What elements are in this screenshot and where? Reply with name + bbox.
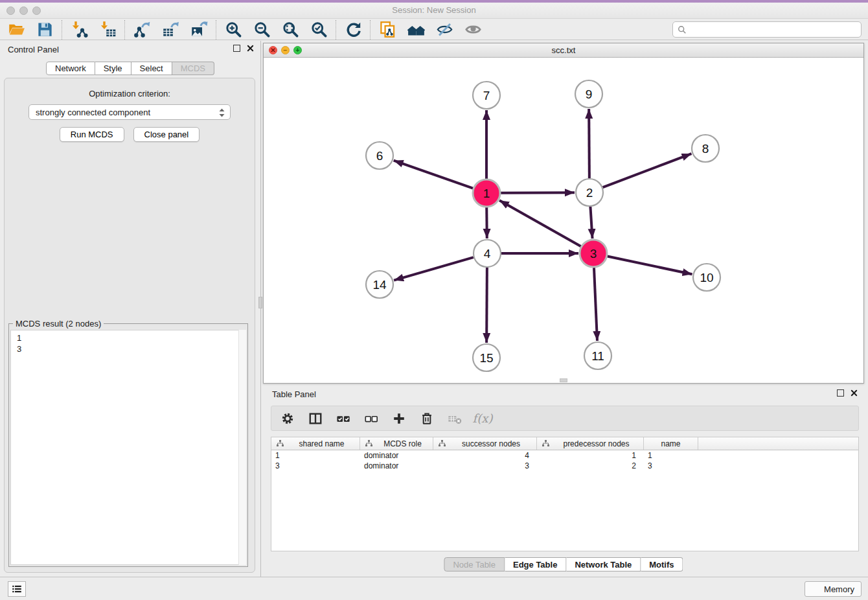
memory-status-dot — [812, 585, 820, 594]
table-row[interactable]: 3 dominator 3 2 3 — [271, 461, 858, 471]
close-panel-button[interactable]: Close panel — [133, 127, 200, 142]
graph-edge-3-11[interactable] — [594, 268, 597, 341]
zoom-fit-button[interactable] — [280, 20, 300, 40]
refresh-button[interactable] — [343, 20, 363, 40]
graph-edge-2-8[interactable] — [603, 154, 692, 187]
graph-edge-1-4[interactable] — [486, 207, 487, 238]
graph-edge-3-1[interactable] — [499, 200, 581, 246]
network-window-title: scc.txt — [264, 45, 863, 55]
save-session-button[interactable] — [35, 20, 54, 40]
list-icon — [11, 583, 23, 595]
column-header-name[interactable]: name — [644, 437, 698, 450]
clone-network-button[interactable] — [378, 20, 397, 40]
plus-icon — [392, 411, 406, 426]
graph-node-label: 6 — [376, 149, 383, 163]
application-window: Session: New Session — [0, 0, 868, 600]
search-field[interactable] — [672, 21, 862, 38]
export-table-icon — [162, 21, 179, 38]
export-table-button[interactable] — [161, 20, 180, 40]
graph-edge-2-9[interactable] — [589, 109, 589, 178]
network-window-titlebar[interactable]: ✕ − + scc.txt — [264, 43, 863, 58]
graph-edge-4-14[interactable] — [394, 257, 474, 281]
import-table-icon — [99, 21, 117, 38]
tab-edge-table[interactable]: Edge Table — [505, 557, 566, 571]
zoom-selected-icon — [310, 21, 328, 38]
hierarchy-icon — [439, 440, 446, 447]
import-network-button[interactable] — [69, 20, 89, 40]
search-input[interactable] — [687, 24, 856, 35]
show-all-button[interactable] — [463, 20, 483, 40]
memory-button[interactable]: Memory — [805, 581, 862, 597]
split-panel-button[interactable] — [307, 410, 324, 427]
cell-shared-name: 3 — [271, 461, 360, 470]
hide-selected-button[interactable] — [435, 20, 454, 40]
main-toolbar — [0, 19, 868, 40]
tab-motifs[interactable]: Motifs — [641, 557, 683, 571]
add-column-button[interactable] — [391, 410, 407, 427]
float-panel-button[interactable] — [233, 45, 240, 52]
optimization-criterion-dropdown[interactable]: strongly connected component — [29, 104, 231, 120]
chevron-up-down-icon — [218, 108, 225, 118]
tab-mcds[interactable]: MCDS — [172, 62, 214, 75]
zoom-out-button[interactable] — [252, 20, 271, 40]
vertical-splitter-handle[interactable] — [258, 297, 262, 308]
cell-name: 3 — [644, 461, 698, 470]
column-header-successor-nodes[interactable]: successor nodes — [433, 437, 537, 450]
cell-successor-nodes: 3 — [433, 461, 537, 470]
close-icon — [247, 45, 254, 52]
close-panel-icon-button[interactable] — [247, 45, 254, 52]
tab-network[interactable]: Network — [46, 62, 95, 75]
canvas-resize-handle[interactable] — [560, 378, 567, 382]
select-all-button[interactable] — [335, 410, 352, 427]
close-table-panel-button[interactable] — [851, 389, 858, 397]
float-table-panel-button[interactable] — [837, 389, 844, 397]
export-image-button[interactable] — [189, 20, 209, 40]
network-graph[interactable]: 7968124314101511 — [264, 58, 865, 384]
graph-edge-1-2[interactable] — [501, 192, 575, 193]
control-panel-tabs: Network Style Select MCDS — [46, 62, 214, 75]
tab-select[interactable]: Select — [131, 62, 172, 75]
column-header-predecessor-nodes[interactable]: predecessor nodes — [537, 437, 644, 450]
run-mcds-button[interactable]: Run MCDS — [60, 127, 124, 142]
mcds-result-title: MCDS result (2 nodes) — [13, 319, 104, 329]
mcds-result-textarea[interactable]: 1 3 — [10, 330, 246, 565]
function-builder-button: f(x) — [474, 410, 491, 427]
tab-node-table[interactable]: Node Table — [444, 557, 505, 571]
delete-column-button[interactable] — [418, 410, 435, 427]
graph-edge-3-10[interactable] — [608, 257, 692, 275]
zoom-selected-button[interactable] — [309, 20, 328, 40]
unselect-all-button[interactable] — [363, 410, 380, 427]
graph-node-label: 1 — [483, 187, 490, 200]
task-history-button[interactable] — [8, 581, 26, 597]
delete-table-icon — [448, 411, 462, 426]
cell-predecessor-nodes: 2 — [537, 461, 644, 470]
destroy-table-button — [446, 410, 463, 427]
import-table-button[interactable] — [98, 20, 117, 40]
network-canvas[interactable]: 7968124314101511 — [264, 58, 863, 383]
tab-network-table[interactable]: Network Table — [566, 557, 641, 571]
result-line: 1 — [17, 332, 246, 343]
control-panel-title: Control Panel — [8, 45, 59, 54]
export-network-button[interactable] — [132, 20, 152, 40]
graph-edge-1-6[interactable] — [394, 161, 474, 189]
table-row[interactable]: 1 dominator 4 1 1 — [271, 450, 858, 461]
zoom-in-button[interactable] — [223, 20, 243, 40]
folder-open-icon — [8, 21, 25, 38]
open-session-button[interactable] — [6, 20, 26, 40]
graph-edge-2-3[interactable] — [590, 207, 592, 238]
unchecked-boxes-icon — [364, 411, 378, 426]
trash-icon — [420, 411, 434, 426]
column-header-mcds-role[interactable]: MCDS role — [360, 437, 433, 450]
table-settings-button[interactable] — [279, 410, 296, 427]
refresh-icon — [345, 21, 362, 38]
first-neighbors-button[interactable] — [406, 20, 426, 40]
hierarchy-icon — [277, 440, 284, 447]
tab-style[interactable]: Style — [95, 62, 131, 75]
search-icon — [678, 25, 687, 34]
result-scrollbar[interactable] — [238, 330, 246, 565]
table-panel: Table Panel f(x) — [263, 386, 864, 577]
column-header-shared-name[interactable]: shared name — [271, 437, 360, 450]
table-panel-title: Table Panel — [272, 389, 316, 399]
graph-edge-4-15[interactable] — [486, 268, 487, 343]
node-table[interactable]: shared name MCDS role successor nodes pr… — [271, 437, 859, 551]
